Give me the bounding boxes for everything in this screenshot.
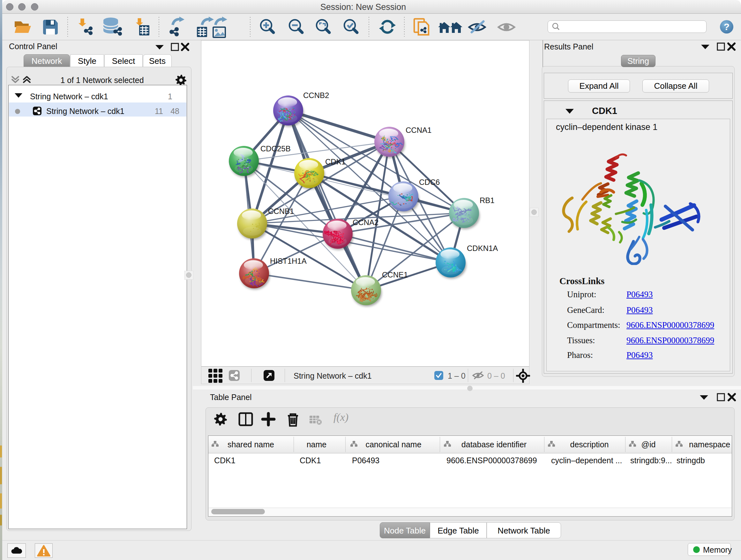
svg-text:CCNB1: CCNB1 bbox=[268, 207, 294, 215]
svg-text:CCNE1: CCNE1 bbox=[382, 270, 408, 279]
svg-text:RB1: RB1 bbox=[480, 196, 495, 205]
svg-text:CDKN1A: CDKN1A bbox=[467, 244, 498, 253]
svg-text:CCNA1: CCNA1 bbox=[406, 126, 431, 134]
svg-text:CDK1: CDK1 bbox=[325, 158, 346, 166]
svg-text:CDC6: CDC6 bbox=[419, 178, 440, 186]
svg-text:CCNA2: CCNA2 bbox=[353, 218, 379, 227]
svg-text:HIST1H1A: HIST1H1A bbox=[270, 257, 307, 265]
svg-text:CDC25B: CDC25B bbox=[260, 144, 291, 153]
svg-text:CCNB2: CCNB2 bbox=[303, 91, 329, 100]
